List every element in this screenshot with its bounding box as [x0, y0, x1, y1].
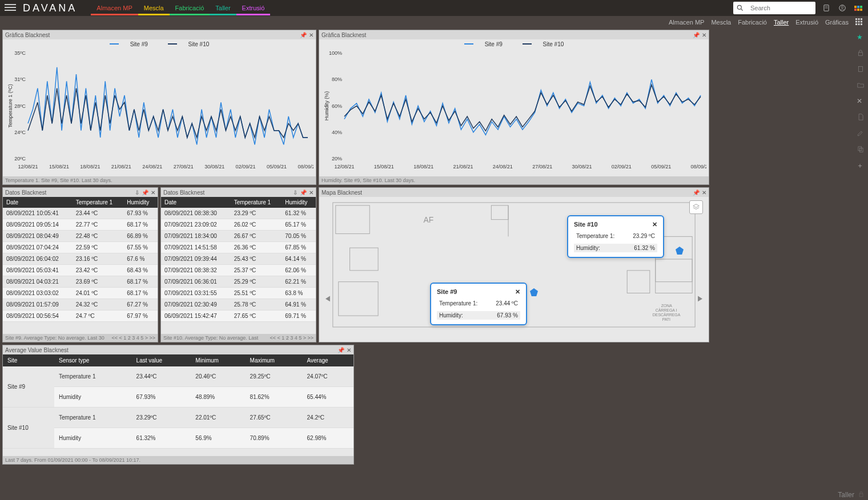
pin-icon[interactable]: 📌 — [300, 189, 307, 196]
th-min[interactable]: Minimum — [191, 354, 245, 366]
table-row[interactable]: 07/09/2021 08:38:3225.37 ºC62.06 % — [161, 265, 316, 276]
subnav-almacen[interactable]: Almacen MP — [669, 19, 704, 26]
subnav-fabricacio[interactable]: Fabricació — [738, 19, 767, 26]
pin-icon[interactable]: 📌 — [693, 189, 700, 196]
svg-rect-11 — [858, 21, 860, 23]
table9-pager[interactable]: << < 1 2 3 4 5 > >> — [111, 335, 155, 341]
subnav-grid-icon[interactable] — [855, 18, 862, 26]
table-row[interactable]: 08/09/2021 07:04:2422.59 ºC67.55 % — [3, 242, 158, 253]
table-row[interactable]: 06/09/2021 15:42:4727.65 ºC69.71 % — [161, 311, 316, 322]
export-icon[interactable]: ⇩ — [293, 189, 298, 196]
nav-fabricacio[interactable]: Fabricació — [170, 1, 210, 15]
file-icon[interactable] — [857, 113, 865, 121]
table10-pager[interactable]: << < 1 2 3 4 5 > >> — [270, 335, 314, 341]
svg-text:CÀRREGA I: CÀRREGA I — [656, 308, 677, 312]
table9-panel: Datos Blacknest ⇩📌✕ Date Temperature 1 H… — [2, 187, 158, 342]
copy-icon[interactable] — [857, 145, 865, 153]
search-input[interactable] — [747, 2, 815, 14]
nav-taller[interactable]: Taller — [210, 1, 236, 15]
close-panel-icon[interactable]: ✕ — [702, 189, 706, 196]
close-panel-icon[interactable]: ✕ — [702, 32, 706, 38]
table-row[interactable]: 08/09/2021 03:03:0224.01 ºC68.17 % — [3, 288, 158, 299]
th-site[interactable]: Site — [3, 354, 54, 366]
top-right — [733, 2, 863, 14]
export-icon[interactable]: ⇩ — [135, 189, 139, 196]
th-hum[interactable]: Humidity — [282, 197, 316, 208]
popup9-close-icon[interactable]: ✕ — [515, 288, 520, 296]
close-panel-icon[interactable]: ✕ — [309, 32, 314, 38]
table-row[interactable]: 07/09/2021 09:39:4425.43 ºC64.14 % — [161, 253, 316, 265]
pin-icon[interactable]: 📌 — [693, 32, 700, 38]
brand-logo: DAVANA — [23, 2, 77, 14]
table-row[interactable]: 08/09/2021 05:03:4123.42 ºC68.43 % — [3, 265, 158, 276]
search-button[interactable] — [733, 2, 747, 14]
subnav-taller[interactable]: Taller — [774, 19, 789, 26]
th-date[interactable]: Date — [3, 197, 73, 208]
table-row[interactable]: 08/09/2021 10:05:4123.44 ºC67.93 % — [3, 208, 158, 219]
table-row[interactable]: 07/09/2021 18:34:0026.67 ºC70.05 % — [161, 231, 316, 242]
svg-text:31ºC: 31ºC — [14, 76, 26, 82]
nav-mescla[interactable]: Mescla — [138, 1, 170, 15]
apps-icon[interactable] — [853, 3, 863, 13]
document-icon[interactable] — [821, 3, 831, 13]
af-label: AF — [423, 215, 433, 224]
table-row[interactable]: 08/09/2021 01:57:0924.32 ºC67.27 % — [3, 299, 158, 311]
close-panel-icon[interactable]: ✕ — [309, 189, 314, 196]
table-row[interactable]: 08/09/2021 06:04:0223.16 ºC67.6 % — [3, 253, 158, 265]
close-panel-icon[interactable]: ✕ — [151, 189, 155, 196]
th-type[interactable]: Sensor type — [54, 354, 132, 366]
pin-icon[interactable]: 📌 — [142, 189, 148, 196]
table-row[interactable]: 07/09/2021 14:51:5826.36 ºC67.85 % — [161, 242, 316, 253]
plus-icon[interactable]: ＋ — [857, 161, 865, 169]
svg-text:15/08/21: 15/08/21 — [49, 164, 69, 170]
th-hum[interactable]: Humidity — [123, 197, 158, 208]
layers-icon[interactable] — [689, 200, 703, 214]
subnav-extrusio[interactable]: Extrusió — [795, 19, 818, 26]
th-avg[interactable]: Average — [303, 354, 353, 366]
table-row[interactable]: 07/09/2021 03:31:5525.51 ºC63.8 % — [161, 288, 316, 299]
table-row[interactable]: Site #9Temperature 123.44ºC20.46ºC29.25º… — [3, 366, 353, 387]
subnav-mescla[interactable]: Mescla — [711, 19, 731, 26]
th-max[interactable]: Maximum — [246, 354, 303, 366]
close-panel-icon[interactable]: ✕ — [347, 347, 351, 353]
svg-rect-58 — [627, 271, 650, 293]
svg-text:12/08/21: 12/08/21 — [18, 164, 38, 170]
table-row[interactable]: 08/09/2021 04:03:2123.69 ºC68.17 % — [3, 276, 158, 288]
svg-rect-9 — [861, 18, 862, 20]
th-last[interactable]: Last value — [132, 354, 191, 366]
subnav-graficas[interactable]: Gráficas — [825, 19, 849, 26]
map-area[interactable]: AF ZONA CÀRREGA I DESCÀRREGA PATI Site #… — [322, 197, 706, 340]
svg-rect-54 — [350, 248, 379, 271]
clipboard-icon[interactable] — [857, 65, 865, 73]
table-row[interactable]: 08/09/2021 09:05:1422.77 ºC68.17 % — [3, 219, 158, 231]
table-row[interactable]: 07/09/2021 02:30:4925.78 ºC64.91 % — [161, 299, 316, 311]
th-temp[interactable]: Temperature 1 — [73, 197, 124, 208]
th-date[interactable]: Date — [161, 197, 231, 208]
lock-icon[interactable] — [857, 49, 865, 57]
user-icon[interactable] — [837, 3, 847, 13]
nav-almacen[interactable]: Almacen MP — [91, 1, 138, 15]
table-row[interactable]: Site #10Temperature 123.29ºC22.01ºC27.65… — [3, 408, 353, 428]
svg-text:60%: 60% — [332, 103, 342, 108]
table-row[interactable]: 08/09/2021 08:04:4922.48 ºC66.89 % — [3, 231, 158, 242]
nav-extrusio[interactable]: Extrusió — [236, 1, 271, 15]
table-row[interactable]: 08/09/2021 00:56:5424.7 ºC67.97 % — [3, 311, 158, 322]
pin-icon[interactable]: 📌 — [300, 32, 307, 38]
pin-icon[interactable]: 📌 — [337, 347, 344, 353]
folder-icon[interactable] — [857, 81, 865, 89]
close-icon[interactable]: ✕ — [857, 97, 865, 105]
table-row[interactable]: 08/09/2021 08:38:3023.29 ºC61.32 % — [161, 208, 316, 219]
panel-title: Gràfica Blacknest — [5, 32, 50, 38]
menu-icon[interactable] — [5, 2, 16, 14]
panel-title: Datos Blacknest — [163, 189, 204, 196]
star-icon[interactable]: ★ — [857, 33, 865, 41]
popup-site10: Site #10✕ Temperature 1:23.29 ºC Humidit… — [567, 215, 664, 258]
edit-icon[interactable] — [857, 129, 865, 137]
table-row[interactable]: 07/09/2021 06:36:0125.29 ºC62.21 % — [161, 276, 316, 288]
popup10-close-icon[interactable]: ✕ — [652, 221, 657, 228]
table-row[interactable]: Humidity61.32%56.9%70.89%62.98% — [3, 428, 353, 449]
legend-s9: Site #9 — [485, 41, 503, 47]
table-row[interactable]: 07/09/2021 23:09:0226.02 ºC65.17 % — [161, 219, 316, 231]
table-row[interactable]: Humidity67.93%48.89%81.62%65.44% — [3, 387, 353, 408]
th-temp[interactable]: Temperature 1 — [231, 197, 282, 208]
